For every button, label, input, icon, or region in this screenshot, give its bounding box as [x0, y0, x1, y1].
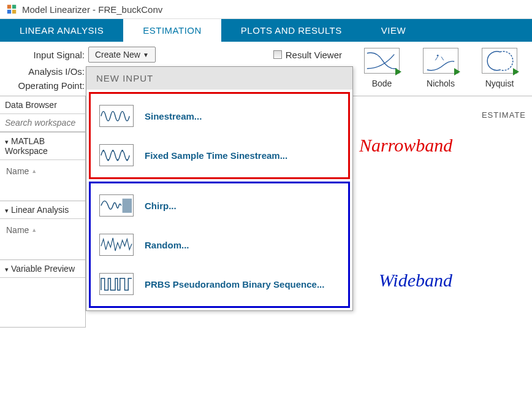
svg-rect-13 — [123, 199, 132, 213]
bode-label: Bode — [372, 79, 392, 88]
svg-point-11 — [121, 150, 123, 152]
checkbox-icon — [273, 50, 282, 59]
new-input-menu: NEW INPUT Sinestream... Fixed Sample Tim… — [86, 66, 353, 311]
svg-point-10 — [116, 159, 118, 161]
svg-point-7 — [102, 150, 104, 152]
result-viewer-label: Result Viewer — [286, 50, 342, 60]
window-title: Model Linearizer - FRE_buckConv — [22, 4, 162, 15]
wideband-annotation: Wideband — [379, 270, 452, 291]
sidebar: Data Browser MATLAB Workspace Name ▲ Lin… — [0, 96, 86, 328]
svg-rect-1 — [12, 5, 16, 9]
svg-point-12 — [126, 159, 128, 161]
chirp-icon — [99, 194, 134, 217]
name-col-label: Name — [6, 166, 29, 176]
menu-random[interactable]: Random... — [94, 225, 344, 264]
narrowband-group: Sinestream... Fixed Sample Time Sinestre… — [89, 92, 350, 179]
tab-estimation[interactable]: ESTIMATION — [123, 19, 221, 42]
operating-point-label: Operating Point: — [7, 80, 85, 91]
analysis-ios-label: Analysis I/Os: — [7, 66, 85, 77]
svg-line-5 — [435, 57, 438, 61]
play-icon — [513, 68, 519, 75]
svg-rect-2 — [7, 10, 11, 13]
nyquist-icon — [482, 48, 517, 74]
random-icon — [99, 234, 134, 256]
svg-rect-0 — [7, 5, 11, 9]
nyquist-button[interactable]: Nyquist — [482, 48, 517, 92]
sort-asc-icon: ▲ — [31, 227, 37, 233]
estimate-section-label: ESTIMATE — [482, 110, 526, 120]
nichols-icon — [423, 48, 458, 74]
name-col-label: Name — [6, 225, 29, 235]
bode-button[interactable]: Bode — [364, 48, 400, 92]
narrowband-annotation: Narrowband — [359, 135, 452, 156]
nyquist-label: Nyquist — [485, 79, 514, 88]
svg-point-8 — [107, 159, 109, 161]
titlebar: Model Linearizer - FRE_buckConv — [0, 0, 532, 19]
name-column-header[interactable]: Name ▲ — [0, 219, 85, 259]
input-signal-label: Input Signal: — [7, 50, 85, 60]
prbs-icon — [99, 273, 134, 295]
menu-sinestream[interactable]: Sinestream... — [94, 96, 344, 136]
search-input[interactable] — [0, 114, 85, 132]
tabstrip: LINEAR ANALYSIS ESTIMATION PLOTS AND RES… — [0, 19, 532, 42]
menu-fixed-sinestream[interactable]: Fixed Sample Time Sinestream... — [94, 136, 344, 175]
tab-linear-analysis[interactable]: LINEAR ANALYSIS — [0, 19, 123, 42]
variable-preview-header[interactable]: Variable Preview — [0, 260, 85, 278]
play-icon — [395, 68, 401, 75]
fixed-sinestream-icon — [99, 144, 134, 166]
menu-chirp-label: Chirp... — [145, 201, 177, 211]
menu-chirp[interactable]: Chirp... — [94, 186, 344, 225]
nichols-label: Nichols — [427, 79, 455, 88]
name-column-header[interactable]: Name ▲ — [0, 160, 85, 201]
menu-fixed-sinestream-label: Fixed Sample Time Sinestream... — [145, 150, 287, 161]
linear-analysis-header[interactable]: Linear Analysis — [0, 201, 85, 219]
plot-button-group: Bode Nichols Nyquist — [349, 42, 532, 96]
tab-view[interactable]: VIEW — [362, 19, 425, 42]
sort-asc-icon: ▲ — [31, 168, 37, 174]
menu-prbs-label: PRBS Pseudorandom Binary Sequence... — [145, 279, 324, 290]
tab-plots-results[interactable]: PLOTS AND RESULTS — [221, 19, 362, 42]
app-icon — [6, 4, 17, 15]
matlab-workspace-header[interactable]: MATLAB Workspace — [0, 132, 85, 160]
svg-rect-3 — [12, 10, 16, 13]
create-new-dropdown[interactable]: Create New ▼ — [88, 47, 156, 63]
create-new-label: Create New — [95, 50, 140, 59]
data-browser-header[interactable]: Data Browser — [0, 96, 85, 114]
new-input-header: NEW INPUT — [86, 67, 352, 90]
svg-point-9 — [112, 150, 114, 152]
menu-random-label: Random... — [145, 240, 189, 250]
svg-point-4 — [437, 55, 439, 56]
menu-prbs[interactable]: PRBS Pseudorandom Binary Sequence... — [94, 264, 344, 304]
sinestream-icon — [99, 105, 134, 127]
svg-line-6 — [441, 57, 444, 61]
play-icon — [454, 68, 460, 75]
bode-icon — [364, 48, 400, 74]
chevron-down-icon: ▼ — [143, 52, 149, 58]
menu-sinestream-label: Sinestream... — [145, 111, 202, 121]
nichols-button[interactable]: Nichols — [423, 48, 458, 92]
wideband-group: Chirp... Random... PRBS Pseudorandom Bin… — [89, 182, 350, 308]
result-viewer-checkbox[interactable]: Result Viewer — [273, 50, 342, 60]
